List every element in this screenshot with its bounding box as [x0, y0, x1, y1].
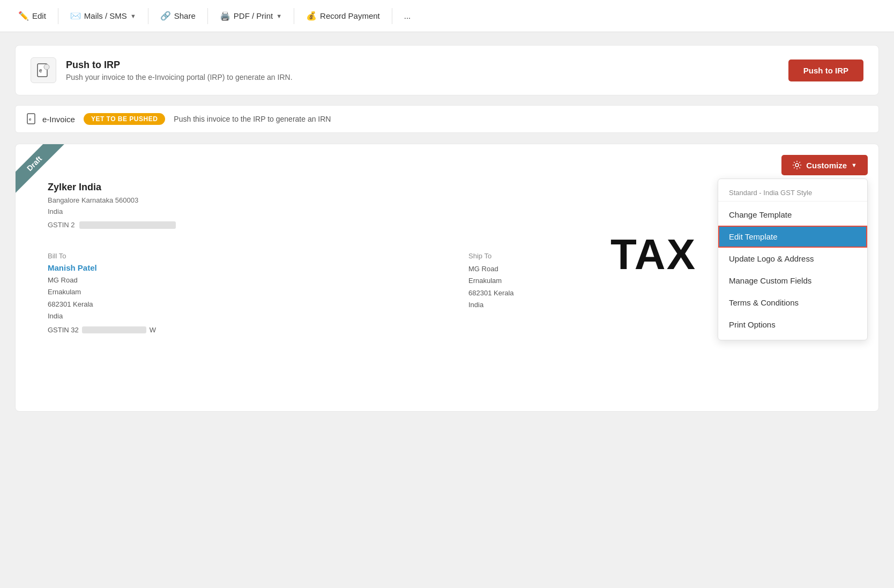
push-banner-desc: Push your invoice to the e-Invoicing por…: [66, 73, 293, 81]
bill-address-line1: MG Road: [48, 274, 436, 286]
toolbar-divider-4: [294, 8, 294, 24]
pdf-print-chevron: ▼: [276, 13, 282, 19]
share-icon: 🔗: [160, 11, 171, 21]
einvoice-description: Push this invoice to the IRP to generate…: [174, 115, 331, 123]
mails-sms-chevron: ▼: [130, 13, 136, 19]
record-payment-label: Record Payment: [320, 11, 380, 20]
bill-section: Bill To Manish Patel MG Road Ernakulam 6…: [48, 252, 436, 336]
more-button[interactable]: ...: [397, 7, 419, 25]
toolbar-divider-2: [148, 8, 148, 24]
svg-text:e: e: [39, 68, 42, 73]
pdf-icon: 🖨️: [220, 11, 230, 21]
toolbar-divider-5: [392, 8, 392, 24]
pdf-print-button[interactable]: 🖨️ PDF / Print ▼: [212, 6, 289, 25]
einvoice-icon: e: [26, 113, 38, 125]
bill-to-label: Bill To: [48, 252, 436, 260]
toolbar-divider-1: [58, 8, 58, 24]
edit-icon: ✏️: [18, 11, 29, 21]
svg-point-5: [795, 163, 799, 167]
gear-icon: [792, 160, 802, 170]
svg-text:e: e: [29, 117, 32, 122]
share-button[interactable]: 🔗 Share: [153, 6, 203, 25]
einvoice-text: e-Invoice: [42, 115, 75, 124]
bill-gstin-suffix: W: [150, 324, 156, 336]
dropdown-item-edit-template[interactable]: Edit Template: [718, 226, 867, 248]
company-gstin-label: GSTIN 2: [48, 220, 75, 231]
bill-address-line4: India: [48, 310, 436, 322]
customize-label: Customize: [806, 161, 847, 170]
toolbar: ✏️ Edit ✉️ Mails / SMS ▼ 🔗 Share 🖨️ PDF …: [0, 0, 894, 32]
main-content: e Push to IRP Push your invoice to the e…: [0, 32, 894, 425]
invoice-card: Draft Customize ▼ Standard - India GST S…: [15, 144, 879, 412]
dropdown-item-change-template[interactable]: Change Template: [718, 204, 867, 226]
record-payment-button[interactable]: 💰 Record Payment: [299, 6, 388, 25]
dropdown-item-terms[interactable]: Terms & Conditions: [718, 292, 867, 314]
pdf-print-label: PDF / Print: [234, 11, 273, 20]
mails-sms-button[interactable]: ✉️ Mails / SMS ▼: [63, 6, 144, 25]
einvoice-label: e e-Invoice: [26, 113, 75, 125]
dropdown-header: Standard - India GST Style: [718, 183, 867, 202]
push-irp-banner: e Push to IRP Push your invoice to the e…: [15, 45, 879, 95]
dropdown-item-update-logo[interactable]: Update Logo & Address: [718, 248, 867, 270]
more-label: ...: [404, 11, 411, 20]
toolbar-divider-3: [207, 8, 208, 24]
edit-label: Edit: [32, 11, 46, 20]
mails-sms-label: Mails / SMS: [84, 11, 127, 20]
payment-icon: 💰: [306, 11, 317, 21]
push-banner-title: Push to IRP: [66, 59, 293, 71]
customize-chevron: ▼: [851, 162, 857, 168]
dropdown-item-custom-fields[interactable]: Manage Custom Fields: [718, 270, 867, 292]
bill-address-line2: Ernakulam: [48, 286, 436, 298]
bill-address-line3: 682301 Kerala: [48, 299, 436, 310]
bill-gstin-row: GSTIN 32 W: [48, 324, 436, 336]
svg-point-2: [44, 64, 49, 70]
push-irp-button[interactable]: Push to IRP: [788, 59, 863, 81]
draft-ribbon: Draft: [16, 144, 74, 203]
customize-button[interactable]: Customize ▼: [781, 155, 868, 175]
tax-heading: TAX: [610, 230, 696, 279]
push-banner-text: Push to IRP Push your invoice to the e-I…: [66, 59, 293, 81]
edit-button[interactable]: ✏️ Edit: [11, 6, 54, 25]
share-label: Share: [174, 11, 196, 20]
dropdown-item-print-options[interactable]: Print Options: [718, 314, 867, 336]
einvoice-bar: e e-Invoice YET TO BE PUSHED Push this i…: [15, 105, 879, 133]
mail-icon: ✉️: [70, 11, 81, 21]
yet-to-push-badge: YET TO BE PUSHED: [84, 113, 165, 125]
bill-gstin-label: GSTIN 32: [48, 324, 79, 336]
customer-name: Manish Patel: [48, 263, 436, 272]
bill-gstin-value: [82, 326, 146, 333]
customize-dropdown: Standard - India GST Style Change Templa…: [718, 178, 868, 340]
bill-address: MG Road Ernakulam 682301 Kerala India GS…: [48, 274, 436, 336]
company-gstin-value: [79, 221, 176, 229]
draft-ribbon-label: Draft: [16, 144, 64, 193]
push-banner-left: e Push to IRP Push your invoice to the e…: [31, 57, 293, 83]
push-banner-icon: e: [31, 57, 56, 83]
